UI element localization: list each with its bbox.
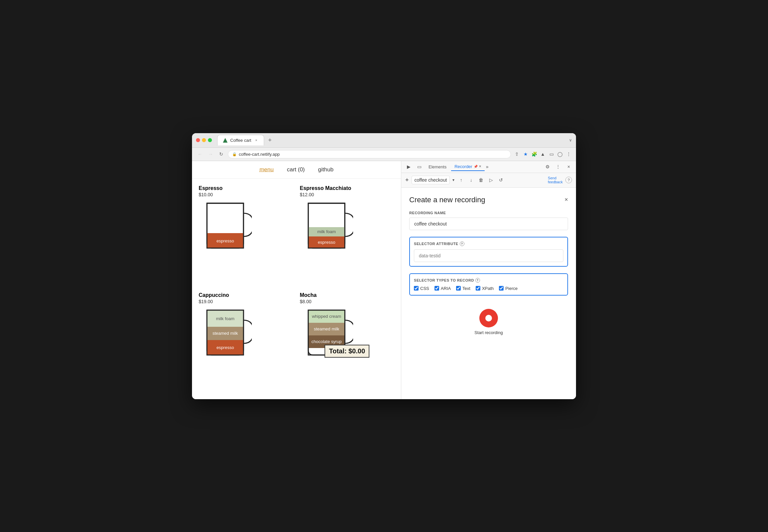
- tab-search-icon[interactable]: ▭: [548, 151, 555, 157]
- recorder-content: Create a new recording × RECORDING NAME …: [401, 188, 576, 399]
- svg-text:whipped cream: whipped cream: [311, 314, 341, 319]
- coffee-item-espresso: Espresso $10.00 espresso: [199, 185, 293, 286]
- checkbox-pierce[interactable]: Pierce: [499, 286, 518, 291]
- tab-close-button[interactable]: ×: [254, 138, 258, 143]
- pierce-checkbox[interactable]: [499, 286, 504, 291]
- selector-attribute-label-container: SELECTOR ATTRIBUTE ?: [414, 241, 563, 246]
- devtools-settings-icon[interactable]: ⚙: [543, 162, 552, 171]
- checkbox-text[interactable]: Text: [456, 286, 470, 291]
- nav-github[interactable]: github: [318, 166, 334, 173]
- selector-types-box: SELECTOR TYPES TO RECORD ? CSS ARIA: [409, 273, 568, 296]
- cappuccino-cup-svg: milk foam steamed milk espresso: [199, 307, 252, 362]
- coffee-item-macchiato: Espresso Macchiato $12.00 milk foam espr…: [300, 185, 395, 286]
- address-bar: ← → ↻ 🔒 coffee-cart.netlify.app ⇧ ★ 🧩 ▲ …: [192, 148, 576, 161]
- pierce-checkbox-label: Pierce: [505, 286, 518, 291]
- maximize-traffic-light[interactable]: [208, 138, 212, 142]
- coffee-price-mocha: $8.00: [300, 299, 395, 304]
- coffee-price-macchiato: $12.00: [300, 192, 395, 197]
- record-dot-icon: [485, 315, 492, 321]
- bookmark-star-icon[interactable]: ★: [522, 151, 529, 157]
- recorder-play-icon[interactable]: ▷: [487, 176, 495, 184]
- text-checkbox[interactable]: [456, 286, 461, 291]
- aria-checkbox[interactable]: [434, 286, 439, 291]
- minimize-traffic-light[interactable]: [202, 138, 206, 142]
- svg-text:steamed milk: steamed milk: [314, 326, 339, 331]
- selector-attribute-input[interactable]: [414, 249, 563, 262]
- recorder-delete-icon[interactable]: 🗑: [477, 176, 485, 184]
- devtools-right-icons: ⚙ ⋮ ×: [543, 162, 573, 171]
- coffee-item-mocha: Mocha $8.00 whipped cream: [300, 292, 395, 393]
- svg-text:milk foam: milk foam: [317, 229, 336, 234]
- reload-button[interactable]: ↻: [217, 150, 225, 158]
- selector-attribute-box: SELECTOR ATTRIBUTE ?: [409, 237, 568, 267]
- devtools-tab-recorder[interactable]: Recorder 📌 ×: [451, 163, 484, 171]
- checkbox-xpath[interactable]: XPath: [476, 286, 494, 291]
- svg-text:steamed milk: steamed milk: [213, 331, 238, 336]
- start-recording-button[interactable]: [479, 309, 498, 327]
- svg-text:espresso: espresso: [217, 238, 234, 243]
- coffee-price-espresso: $10.00: [199, 192, 293, 197]
- css-checkbox[interactable]: [414, 286, 419, 291]
- devtools-panel: ▶ ▭ Elements Recorder 📌 × » ⚙ ⋮ ×: [401, 161, 576, 399]
- recorder-import-icon[interactable]: ↓: [467, 176, 475, 184]
- share-icon[interactable]: ⇧: [514, 151, 520, 157]
- recorder-recording-name: coffee checkout: [412, 176, 450, 184]
- svg-text:milk foam: milk foam: [216, 316, 235, 321]
- text-checkbox-label: Text: [462, 286, 470, 291]
- recording-name-input[interactable]: [409, 218, 568, 230]
- recording-name-section: RECORDING NAME: [409, 211, 568, 230]
- coffee-name-macchiato: Espresso Macchiato: [300, 185, 395, 191]
- address-input-bar[interactable]: 🔒 coffee-cart.netlify.app: [228, 150, 511, 158]
- devtools-device-icon[interactable]: ▭: [415, 162, 424, 171]
- coffee-cup-macchiato[interactable]: milk foam espresso: [300, 200, 395, 256]
- checkbox-css[interactable]: CSS: [414, 286, 429, 291]
- xpath-checkbox-label: XPath: [482, 286, 494, 291]
- close-traffic-light[interactable]: [196, 138, 200, 142]
- recorder-replay-icon[interactable]: ↺: [497, 176, 505, 184]
- back-button[interactable]: ←: [196, 150, 204, 158]
- recorder-tab-close[interactable]: ×: [479, 164, 481, 169]
- recorder-dropdown-icon[interactable]: ▾: [452, 178, 454, 182]
- lock-icon: 🔒: [232, 152, 237, 156]
- recorder-add-button[interactable]: +: [405, 177, 409, 184]
- toolbar-icons: ⇧ ★ 🧩 ▲ ▭ ◯ ⋮: [514, 151, 572, 157]
- selector-attribute-help-icon[interactable]: ?: [460, 241, 464, 246]
- devtools-close-button[interactable]: ×: [564, 162, 573, 171]
- title-bar: Coffee cart × + ∨: [192, 133, 576, 148]
- selector-types-help-icon[interactable]: ?: [475, 278, 480, 283]
- coffee-cup-cappuccino[interactable]: milk foam steamed milk espresso: [199, 307, 293, 363]
- tab-favicon-icon: [223, 138, 228, 143]
- devtools-more-tabs-icon[interactable]: »: [486, 164, 489, 169]
- coffee-cup-espresso[interactable]: espresso: [199, 200, 293, 256]
- coffee-name-espresso: Espresso: [199, 185, 293, 191]
- modal-header: Create a new recording ×: [409, 196, 568, 204]
- browser-tab[interactable]: Coffee cart ×: [217, 135, 264, 145]
- pin-icon[interactable]: ▲: [539, 151, 546, 157]
- nav-cart[interactable]: cart (0): [287, 166, 305, 173]
- checkbox-aria[interactable]: ARIA: [434, 286, 451, 291]
- coffee-name-mocha: Mocha: [300, 292, 395, 298]
- coffee-price-cappuccino: $19.00: [199, 299, 293, 304]
- devtools-tab-elements[interactable]: Elements: [425, 163, 450, 171]
- devtools-inspect-icon[interactable]: ▶: [404, 162, 413, 171]
- recorder-help-button[interactable]: ?: [565, 177, 572, 183]
- xpath-checkbox[interactable]: [476, 286, 480, 291]
- coffee-item-cappuccino: Cappuccino $19.00 milk foam steamed milk: [199, 292, 293, 393]
- elements-tab-label: Elements: [429, 164, 446, 169]
- coffee-navigation: menu cart (0) github: [192, 161, 401, 179]
- css-checkbox-label: CSS: [420, 286, 429, 291]
- more-menu-icon[interactable]: ⋮: [565, 151, 572, 157]
- nav-menu[interactable]: menu: [259, 166, 274, 173]
- new-tab-button[interactable]: +: [265, 137, 274, 144]
- devtools-more-options-icon[interactable]: ⋮: [553, 162, 563, 171]
- forward-button[interactable]: →: [207, 150, 215, 158]
- recorder-export-icon[interactable]: ↑: [457, 176, 465, 184]
- svg-text:espresso: espresso: [318, 240, 335, 245]
- profile-icon[interactable]: ◯: [557, 151, 563, 157]
- selector-types-label-container: SELECTOR TYPES TO RECORD ?: [414, 278, 563, 283]
- devtools-tabs-bar: ▶ ▭ Elements Recorder 📌 × » ⚙ ⋮ ×: [401, 161, 576, 173]
- send-feedback-link[interactable]: Sendfeedback: [548, 176, 563, 184]
- extensions-icon[interactable]: 🧩: [531, 151, 537, 157]
- modal-close-button[interactable]: ×: [564, 196, 568, 203]
- macchiato-cup-svg: milk foam espresso: [300, 200, 353, 255]
